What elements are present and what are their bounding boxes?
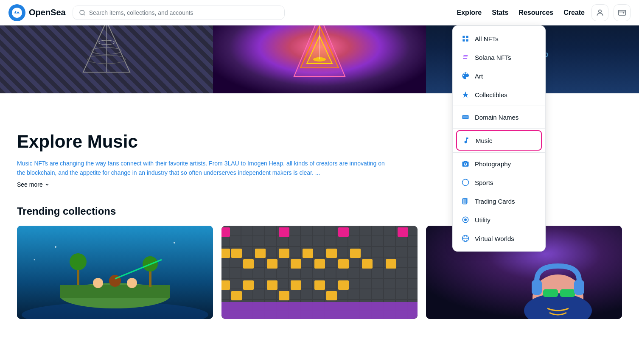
nav-resources[interactable]: Resources (518, 9, 553, 17)
utility-label: Utility (475, 216, 490, 224)
svg-point-1 (599, 10, 602, 13)
svg-point-86 (464, 218, 467, 221)
dropdown-item-all-nfts[interactable]: All NFTs (453, 29, 545, 48)
svg-rect-78 (462, 39, 465, 42)
art-icon (461, 72, 470, 80)
dropdown-item-photography[interactable]: Photography (453, 154, 545, 173)
header: OpenSea Explore Stats Resources Create (0, 0, 639, 25)
see-more-button[interactable]: See more (17, 181, 50, 188)
svg-point-26 (127, 278, 137, 288)
wallet-button[interactable] (614, 4, 631, 21)
svg-point-24 (93, 278, 103, 288)
trending-card-1[interactable] (17, 226, 213, 319)
svg-rect-72 (560, 289, 575, 297)
svg-rect-61 (314, 280, 325, 290)
svg-rect-48 (291, 259, 301, 269)
dropdown-item-solana-nfts[interactable]: Solana NFTs (453, 48, 545, 67)
svg-rect-76 (462, 36, 465, 38)
sports-icon (461, 178, 470, 187)
svg-rect-59 (267, 280, 277, 290)
profile-button[interactable] (591, 4, 608, 21)
logo-icon (8, 4, 25, 21)
svg-rect-74 (532, 280, 542, 295)
svg-rect-81 (463, 116, 468, 118)
svg-rect-41 (255, 249, 266, 258)
svg-point-33 (174, 242, 175, 244)
nav-explore[interactable]: Explore (457, 9, 482, 17)
music-label: Music (476, 137, 492, 144)
svg-rect-71 (543, 289, 558, 297)
svg-point-0 (80, 10, 84, 15)
photography-icon (461, 160, 470, 168)
svg-rect-45 (350, 249, 361, 258)
domain-names-label: Domain Names (475, 114, 518, 121)
all-nfts-label: All NFTs (475, 35, 499, 42)
profile-icon (596, 8, 604, 17)
dropdown-item-collectibles[interactable]: Collectibles (453, 85, 545, 104)
dropdown-item-art[interactable]: Art (453, 67, 545, 85)
svg-rect-39 (221, 249, 230, 258)
utility-icon (461, 216, 470, 224)
svg-point-32 (55, 246, 56, 248)
svg-rect-77 (466, 36, 468, 38)
svg-rect-55 (338, 227, 349, 237)
virtual-worlds-label: Virtual Worlds (475, 235, 514, 242)
svg-rect-47 (267, 259, 277, 269)
wallet-icon (618, 8, 626, 17)
svg-rect-64 (231, 291, 242, 300)
svg-rect-66 (326, 291, 337, 300)
trading-cards-label: Trading Cards (475, 198, 515, 205)
dropdown-item-trading-cards[interactable]: Trading Cards (453, 192, 545, 210)
svg-rect-40 (231, 249, 242, 258)
svg-rect-52 (386, 259, 396, 269)
logo[interactable]: OpenSea (8, 4, 66, 21)
solana-icon (461, 53, 470, 62)
dropdown-item-virtual-worlds[interactable]: Virtual Worlds (453, 229, 545, 248)
svg-rect-62 (338, 280, 349, 290)
photography-label: Photography (475, 160, 511, 168)
svg-rect-56 (398, 227, 408, 237)
virtual-worlds-icon (461, 234, 470, 243)
search-bar[interactable] (73, 6, 285, 20)
nav-links: Explore Stats Resources Create (457, 9, 585, 17)
svg-point-82 (462, 179, 469, 186)
collectibles-label: Collectibles (475, 91, 507, 98)
explore-description: Music NFTs are changing the way fans con… (17, 159, 386, 178)
collectibles-icon (461, 90, 470, 99)
svg-rect-43 (303, 249, 313, 258)
trending-card-2[interactable] (221, 226, 418, 319)
svg-rect-65 (279, 291, 289, 300)
svg-rect-50 (338, 259, 349, 269)
art-label: Art (475, 73, 483, 80)
divider-3 (453, 152, 545, 153)
dropdown-item-sports[interactable]: Sports (453, 173, 545, 192)
svg-rect-63 (221, 302, 418, 319)
svg-rect-75 (574, 280, 584, 295)
dropdown-item-utility[interactable]: Utility (453, 210, 545, 229)
solana-nfts-label: Solana NFTs (475, 54, 511, 61)
dropdown-item-domain-names[interactable]: Domain Names (453, 108, 545, 126)
svg-rect-54 (279, 227, 289, 237)
sports-label: Sports (475, 179, 493, 186)
svg-rect-44 (326, 249, 337, 258)
search-icon (79, 9, 86, 16)
trading-cards-icon (461, 197, 470, 205)
grid-icon (461, 34, 470, 43)
svg-rect-2 (619, 10, 626, 15)
nav-icons (591, 4, 631, 21)
nav-create[interactable]: Create (563, 9, 585, 17)
svg-rect-57 (221, 280, 230, 290)
dropdown-menu: All NFTs Solana NFTs Art Collectibles (452, 25, 546, 252)
search-input[interactable] (89, 9, 278, 16)
divider-2 (453, 128, 545, 129)
svg-rect-58 (243, 280, 254, 290)
svg-rect-85 (463, 198, 468, 204)
svg-point-34 (34, 259, 35, 260)
logo-text: OpenSea (29, 8, 66, 17)
chevron-down-icon (45, 182, 50, 187)
nav-stats[interactable]: Stats (492, 9, 508, 17)
dropdown-item-music[interactable]: Music (456, 130, 542, 151)
music-icon (462, 136, 471, 145)
svg-rect-60 (291, 280, 301, 290)
svg-rect-23 (60, 285, 170, 298)
